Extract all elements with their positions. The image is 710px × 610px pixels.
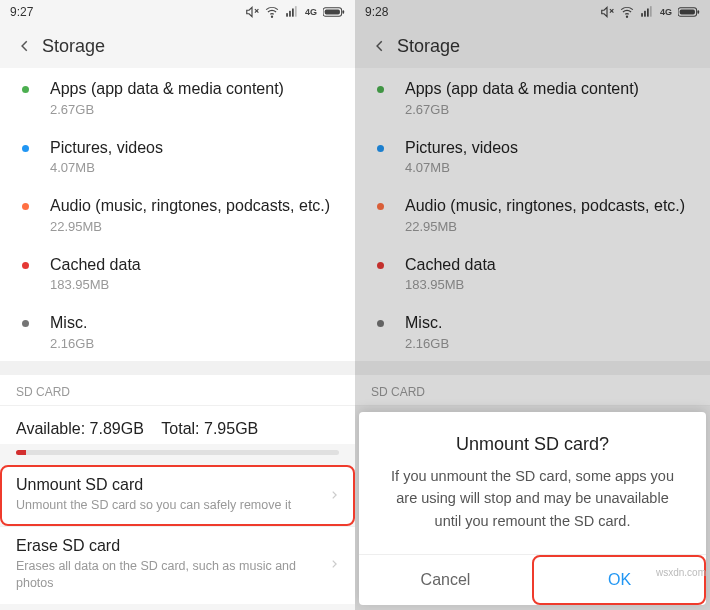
bullet-icon <box>377 320 384 327</box>
status-time: 9:28 <box>365 5 600 19</box>
section-divider <box>355 361 710 375</box>
available-label: Available: <box>16 420 85 437</box>
chevron-right-icon <box>329 555 339 573</box>
erase-sd-button[interactable]: Erase SD card Erases all data on the SD … <box>0 526 355 604</box>
list-item[interactable]: Audio (music, ringtones, podcasts, etc.)… <box>355 185 710 244</box>
list-item[interactable]: Apps (app data & media content) 2.67GB <box>0 68 355 127</box>
item-size: 183.95MB <box>50 277 341 292</box>
network-4g-icon: 4G <box>305 7 317 17</box>
bullet-icon <box>377 203 384 210</box>
sd-card-section-label: SD CARD <box>355 375 710 406</box>
mute-icon <box>245 5 259 19</box>
bullet-icon <box>22 320 29 327</box>
item-size: 2.16GB <box>405 336 696 351</box>
back-button[interactable] <box>363 39 397 53</box>
action-title: Unmount SD card <box>16 476 329 494</box>
total-value: 7.95GB <box>204 420 258 437</box>
signal-icon <box>640 5 654 19</box>
item-title: Apps (app data & media content) <box>405 78 696 100</box>
svg-rect-19 <box>697 10 699 13</box>
item-size: 4.07MB <box>405 160 696 175</box>
unmount-sd-button[interactable]: Unmount SD card Unmount the SD card so y… <box>0 465 355 526</box>
sd-card-section-label: SD CARD <box>0 375 355 406</box>
svg-point-2 <box>271 16 272 17</box>
svg-rect-14 <box>644 11 646 17</box>
item-title: Cached data <box>50 254 341 276</box>
list-item[interactable]: Cached data 183.95MB <box>355 244 710 303</box>
bullet-icon <box>22 262 29 269</box>
bullet-icon <box>22 86 29 93</box>
bullet-icon <box>22 203 29 210</box>
battery-icon <box>323 6 345 18</box>
network-4g-icon: 4G <box>660 7 672 17</box>
list-item[interactable]: Pictures, videos 4.07MB <box>355 127 710 186</box>
item-title: Cached data <box>405 254 696 276</box>
page-title: Storage <box>42 36 105 57</box>
list-item[interactable]: Cached data 183.95MB <box>0 244 355 303</box>
item-title: Pictures, videos <box>405 137 696 159</box>
sd-availability: Available: 7.89GB Total: 7.95GB <box>0 406 355 444</box>
section-divider <box>0 361 355 375</box>
bullet-icon <box>22 145 29 152</box>
cancel-button[interactable]: Cancel <box>359 555 532 605</box>
item-size: 2.16GB <box>50 336 341 351</box>
item-title: Misc. <box>50 312 341 334</box>
bullet-icon <box>377 262 384 269</box>
action-subtitle: Unmount the SD card so you can safely re… <box>16 497 329 514</box>
svg-point-12 <box>626 16 627 17</box>
svg-rect-3 <box>286 13 288 17</box>
svg-rect-18 <box>680 9 695 14</box>
svg-rect-9 <box>342 10 344 13</box>
svg-rect-15 <box>647 9 649 17</box>
list-item[interactable]: Pictures, videos 4.07MB <box>0 127 355 186</box>
header: Storage <box>355 24 710 68</box>
watermark: wsxdn.com <box>656 567 706 578</box>
screen-left: 9:27 4G Storage Apps (app data & media c… <box>0 0 355 610</box>
total-label: Total: <box>161 420 199 437</box>
svg-rect-6 <box>295 6 297 17</box>
status-time: 9:27 <box>10 5 245 19</box>
list-item[interactable]: Apps (app data & media content) 2.67GB <box>355 68 710 127</box>
status-icons: 4G <box>245 5 345 19</box>
wifi-icon <box>620 5 634 19</box>
item-size: 4.07MB <box>50 160 341 175</box>
available-value: 7.89GB <box>90 420 144 437</box>
wifi-icon <box>265 5 279 19</box>
chevron-right-icon <box>329 486 339 504</box>
svg-rect-8 <box>325 9 340 14</box>
svg-rect-16 <box>650 6 652 17</box>
ok-button[interactable]: OK <box>532 555 706 605</box>
status-bar: 9:28 4G <box>355 0 710 24</box>
status-icons: 4G <box>600 5 700 19</box>
signal-icon <box>285 5 299 19</box>
dialog-message: If you unmount the SD card, some apps yo… <box>359 465 706 554</box>
bullet-icon <box>377 145 384 152</box>
item-title: Audio (music, ringtones, podcasts, etc.) <box>405 195 696 217</box>
item-title: Pictures, videos <box>50 137 341 159</box>
list-item[interactable]: Misc. 2.16GB <box>0 302 355 361</box>
item-size: 2.67GB <box>405 102 696 117</box>
storage-list: Apps (app data & media content) 2.67GB P… <box>0 68 355 361</box>
list-item[interactable]: Audio (music, ringtones, podcasts, etc.)… <box>0 185 355 244</box>
back-button[interactable] <box>8 39 42 53</box>
storage-list: Apps (app data & media content) 2.67GB P… <box>355 68 710 361</box>
list-item[interactable]: Misc. 2.16GB <box>355 302 710 361</box>
battery-icon <box>678 6 700 18</box>
sd-progress-fill <box>16 450 26 455</box>
bullet-icon <box>377 86 384 93</box>
page-title: Storage <box>397 36 460 57</box>
item-title: Misc. <box>405 312 696 334</box>
item-size: 22.95MB <box>50 219 341 234</box>
header: Storage <box>0 24 355 68</box>
item-size: 2.67GB <box>50 102 341 117</box>
screen-right: 9:28 4G Storage Apps (app data & media c… <box>355 0 710 610</box>
item-title: Audio (music, ringtones, podcasts, etc.) <box>50 195 341 217</box>
svg-rect-4 <box>289 11 291 17</box>
unmount-confirm-dialog: Unmount SD card? If you unmount the SD c… <box>359 412 706 605</box>
action-subtitle: Erases all data on the SD card, such as … <box>16 558 329 592</box>
dialog-buttons: Cancel OK <box>359 554 706 605</box>
dialog-title: Unmount SD card? <box>359 412 706 465</box>
item-size: 22.95MB <box>405 219 696 234</box>
mute-icon <box>600 5 614 19</box>
sd-progress-bar <box>16 450 339 455</box>
